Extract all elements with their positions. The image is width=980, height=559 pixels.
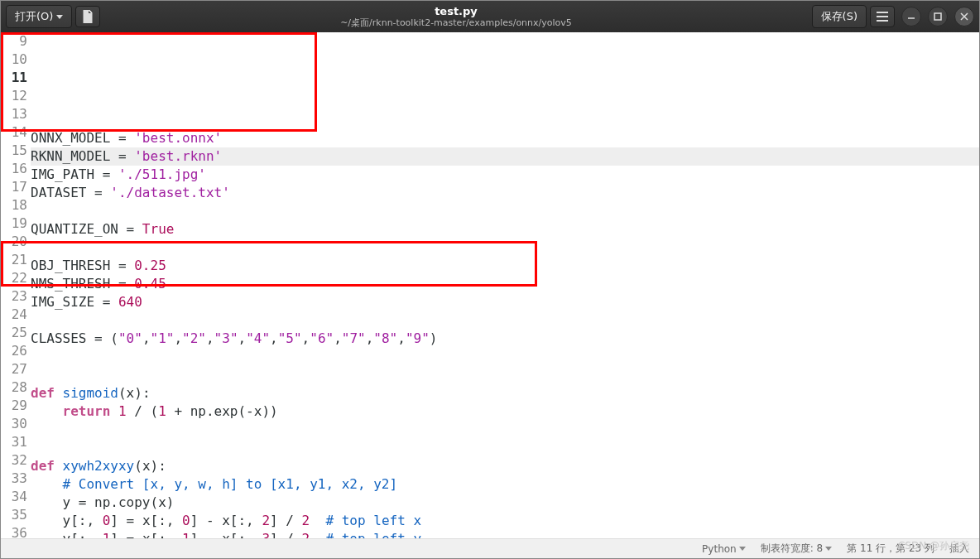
code-line[interactable]: QUANTIZE_ON = True [31, 220, 979, 239]
line-number: 22 [1, 269, 27, 287]
cursor-position-label: 第 11 行，第 23 列 [847, 542, 934, 556]
line-number: 17 [1, 178, 27, 196]
new-document-button[interactable] [75, 6, 100, 27]
line-number-gutter: 9101112131415161718192021222324252627282… [1, 32, 31, 538]
code-line[interactable] [31, 439, 979, 457]
code-line[interactable] [31, 111, 979, 129]
open-label: 打开(O) [15, 9, 53, 24]
line-number: 26 [1, 342, 27, 360]
save-label: 保存(S) [821, 9, 858, 24]
line-number: 34 [1, 488, 27, 506]
line-number: 29 [1, 397, 27, 415]
line-number: 27 [1, 360, 27, 378]
line-number: 10 [1, 51, 27, 69]
code-line[interactable]: y[:, 0] = x[:, 0] - x[:, 2] / 2 # top le… [31, 512, 979, 530]
maximize-button[interactable] [928, 7, 948, 27]
close-button[interactable] [954, 7, 974, 27]
code-line[interactable]: y = np.copy(x) [31, 494, 979, 512]
code-line[interactable] [31, 366, 979, 384]
chevron-down-icon [825, 547, 832, 551]
window-subtitle: ~/桌面/rknn-toolkit2-master/examples/onnx/… [103, 17, 808, 28]
maximize-icon [934, 12, 942, 21]
line-number: 28 [1, 378, 27, 397]
chevron-down-icon [739, 547, 746, 551]
code-line[interactable]: OBJ_THRESH = 0.25 [31, 257, 979, 275]
code-line[interactable] [31, 311, 979, 330]
line-number: 33 [1, 470, 27, 488]
title-area: test.py ~/桌面/rknn-toolkit2-master/exampl… [103, 5, 808, 29]
hamburger-icon [877, 12, 888, 22]
line-number: 20 [1, 233, 27, 251]
language-selector[interactable]: Python [702, 543, 746, 555]
line-number: 14 [1, 123, 27, 142]
line-number: 18 [1, 196, 27, 214]
tab-width-label: 制表符宽度: 8 [761, 542, 824, 556]
line-number: 9 [1, 32, 27, 51]
line-number: 25 [1, 324, 27, 342]
code-line[interactable] [31, 239, 979, 257]
code-line[interactable]: IMG_SIZE = 640 [31, 293, 979, 311]
line-number: 30 [1, 415, 27, 433]
status-bar: Python 制表符宽度: 8 第 11 行，第 23 列 插入 [1, 538, 979, 558]
hamburger-menu-button[interactable] [870, 6, 895, 27]
line-number: 13 [1, 105, 27, 123]
code-line[interactable] [31, 421, 979, 439]
line-number: 23 [1, 287, 27, 306]
code-line[interactable] [31, 202, 979, 220]
code-line[interactable]: RKNN_MODEL = 'best.rknn' [31, 147, 979, 166]
line-number: 19 [1, 214, 27, 233]
minimize-button[interactable] [901, 7, 921, 27]
line-number: 36 [1, 524, 27, 538]
save-button[interactable]: 保存(S) [812, 5, 867, 28]
code-line[interactable]: def xywh2xyxy(x): [31, 457, 979, 475]
open-button[interactable]: 打开(O) [6, 5, 72, 28]
code-line[interactable] [31, 348, 979, 366]
line-number: 15 [1, 142, 27, 160]
code-line[interactable]: def sigmoid(x): [31, 384, 979, 402]
code-area[interactable]: ONNX_MODEL = 'best.onnx'RKNN_MODEL = 'be… [31, 32, 979, 538]
code-line[interactable]: CLASSES = ("0","1","2","3","4","5","6","… [31, 330, 979, 348]
line-number: 32 [1, 451, 27, 470]
line-number: 21 [1, 251, 27, 269]
line-number: 31 [1, 433, 27, 451]
minimize-icon [907, 12, 915, 21]
chevron-down-icon [56, 15, 63, 19]
new-document-icon [82, 10, 94, 23]
code-line[interactable]: IMG_PATH = './511.jpg' [31, 166, 979, 184]
insert-mode-label: 插入 [949, 542, 969, 556]
svg-rect-0 [934, 13, 941, 20]
code-editor[interactable]: 9101112131415161718192021222324252627282… [1, 32, 979, 538]
language-label: Python [702, 543, 737, 555]
window-title: test.py [103, 5, 808, 18]
window-headerbar: 打开(O) test.py ~/桌面/rknn-toolkit2-master/… [1, 1, 979, 32]
line-number: 12 [1, 87, 27, 105]
code-line[interactable]: return 1 / (1 + np.exp(-x)) [31, 402, 979, 421]
close-icon [960, 12, 968, 21]
code-line[interactable]: # Convert [x, y, w, h] to [x1, y1, x2, y… [31, 475, 979, 494]
line-number: 24 [1, 306, 27, 324]
line-number: 35 [1, 506, 27, 524]
line-number: 16 [1, 160, 27, 178]
code-line[interactable]: ONNX_MODEL = 'best.onnx' [31, 129, 979, 147]
tab-width-selector[interactable]: 制表符宽度: 8 [761, 542, 833, 556]
line-number: 11 [1, 69, 27, 87]
code-line[interactable]: NMS_THRESH = 0.45 [31, 275, 979, 293]
code-line[interactable]: DATASET = './dataset.txt' [31, 184, 979, 202]
code-line[interactable]: y[:, 1] = x[:, 1] - x[:, 3] / 2 # top le… [31, 530, 979, 538]
